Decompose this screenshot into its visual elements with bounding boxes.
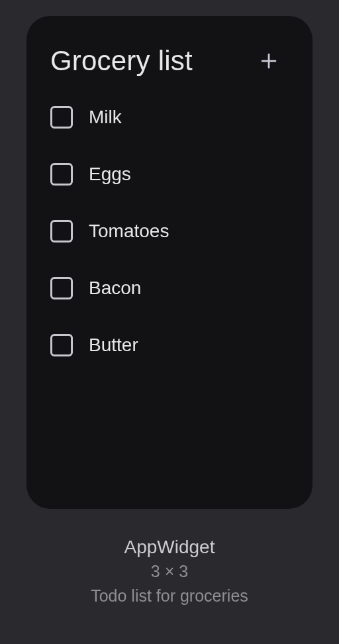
list-item[interactable]: Bacon [50, 277, 289, 299]
list-item-label: Milk [89, 107, 122, 128]
checkbox[interactable] [50, 334, 73, 356]
checkbox[interactable] [50, 106, 73, 129]
list-item-label: Butter [89, 335, 138, 356]
list-item-label: Eggs [89, 164, 131, 185]
widget-size-label: 3 × 3 [91, 562, 248, 581]
todo-list: Milk Eggs Tomatoes Bacon Butter [50, 106, 289, 356]
add-item-button[interactable] [257, 49, 281, 73]
list-item[interactable]: Milk [50, 106, 289, 129]
widget-title: Grocery list [50, 45, 193, 77]
list-item[interactable]: Eggs [50, 163, 289, 186]
widget-info: AppWidget 3 × 3 Todo list for groceries [91, 537, 248, 606]
checkbox[interactable] [50, 163, 73, 186]
plus-icon [259, 51, 279, 71]
checkbox[interactable] [50, 277, 73, 299]
list-item-label: Tomatoes [89, 221, 169, 242]
widget-header: Grocery list [50, 45, 289, 77]
checkbox[interactable] [50, 220, 73, 242]
widget-name-label: AppWidget [91, 537, 248, 558]
grocery-list-widget: Grocery list Milk Eggs Tomatoes Bacon Bu… [26, 16, 313, 509]
widget-description-label: Todo list for groceries [91, 586, 248, 606]
list-item[interactable]: Tomatoes [50, 220, 289, 242]
list-item-label: Bacon [89, 278, 141, 299]
list-item[interactable]: Butter [50, 334, 289, 356]
